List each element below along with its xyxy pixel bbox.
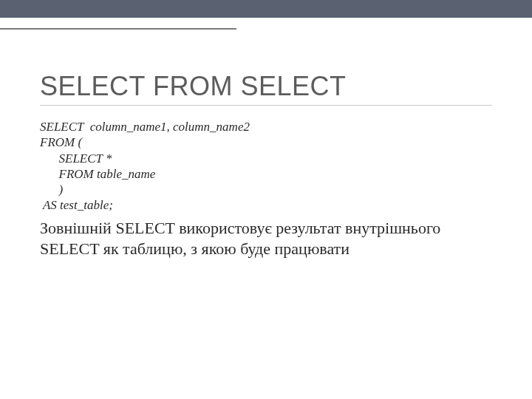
sql-code-block: SELECT column_name1, column_name2 FROM (… <box>40 119 492 214</box>
slide-title: SELECT FROM SELECT <box>40 71 492 102</box>
slide-content: SELECT FROM SELECT SELECT column_name1, … <box>0 18 532 260</box>
slide-description: Зовнішній SELECT використовує результат … <box>40 218 492 260</box>
top-decoration-bar <box>0 0 532 18</box>
top-horizontal-rule <box>0 28 236 30</box>
code-line: ) <box>40 182 492 197</box>
code-line: AS test_table; <box>40 197 492 213</box>
code-line: FROM ( <box>40 134 492 150</box>
title-underline <box>40 105 492 106</box>
code-line: SELECT column_name1, column_name2 <box>40 119 492 134</box>
code-line: SELECT * <box>40 151 492 166</box>
code-line: FROM table_name <box>40 166 492 182</box>
